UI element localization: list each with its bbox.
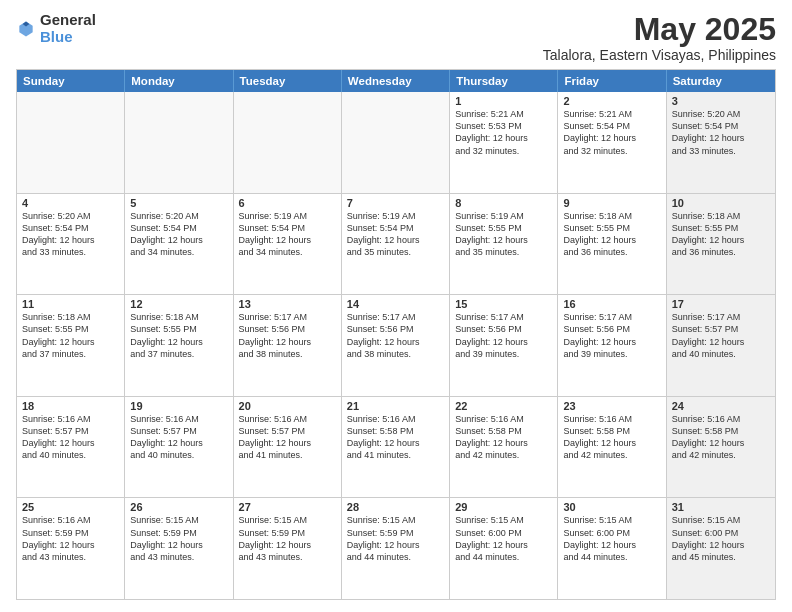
logo-text: General Blue (40, 12, 96, 45)
calendar-cell (17, 92, 125, 193)
day-number: 1 (455, 95, 552, 107)
calendar-cell: 20Sunrise: 5:16 AM Sunset: 5:57 PM Dayli… (234, 397, 342, 498)
day-info: Sunrise: 5:15 AM Sunset: 6:00 PM Dayligh… (455, 514, 552, 563)
day-number: 28 (347, 501, 444, 513)
day-number: 6 (239, 197, 336, 209)
weekday-header-friday: Friday (558, 70, 666, 92)
calendar-cell: 12Sunrise: 5:18 AM Sunset: 5:55 PM Dayli… (125, 295, 233, 396)
day-info: Sunrise: 5:16 AM Sunset: 5:58 PM Dayligh… (563, 413, 660, 462)
logo: General Blue (16, 12, 96, 45)
day-number: 17 (672, 298, 770, 310)
calendar-cell: 23Sunrise: 5:16 AM Sunset: 5:58 PM Dayli… (558, 397, 666, 498)
weekday-header-thursday: Thursday (450, 70, 558, 92)
day-number: 16 (563, 298, 660, 310)
logo-icon (16, 19, 36, 39)
calendar-cell: 1Sunrise: 5:21 AM Sunset: 5:53 PM Daylig… (450, 92, 558, 193)
day-info: Sunrise: 5:18 AM Sunset: 5:55 PM Dayligh… (130, 311, 227, 360)
calendar-cell: 31Sunrise: 5:15 AM Sunset: 6:00 PM Dayli… (667, 498, 775, 599)
calendar-cell: 5Sunrise: 5:20 AM Sunset: 5:54 PM Daylig… (125, 194, 233, 295)
day-number: 8 (455, 197, 552, 209)
day-number: 3 (672, 95, 770, 107)
main-title: May 2025 (543, 12, 776, 47)
calendar-cell: 21Sunrise: 5:16 AM Sunset: 5:58 PM Dayli… (342, 397, 450, 498)
day-number: 30 (563, 501, 660, 513)
calendar-cell: 9Sunrise: 5:18 AM Sunset: 5:55 PM Daylig… (558, 194, 666, 295)
calendar-row-2: 4Sunrise: 5:20 AM Sunset: 5:54 PM Daylig… (17, 193, 775, 295)
day-number: 25 (22, 501, 119, 513)
calendar-cell: 13Sunrise: 5:17 AM Sunset: 5:56 PM Dayli… (234, 295, 342, 396)
day-info: Sunrise: 5:15 AM Sunset: 5:59 PM Dayligh… (130, 514, 227, 563)
day-number: 22 (455, 400, 552, 412)
day-number: 24 (672, 400, 770, 412)
day-info: Sunrise: 5:16 AM Sunset: 5:57 PM Dayligh… (130, 413, 227, 462)
weekday-header-wednesday: Wednesday (342, 70, 450, 92)
day-info: Sunrise: 5:16 AM Sunset: 5:58 PM Dayligh… (672, 413, 770, 462)
day-number: 27 (239, 501, 336, 513)
day-info: Sunrise: 5:16 AM Sunset: 5:58 PM Dayligh… (455, 413, 552, 462)
calendar-cell (342, 92, 450, 193)
day-info: Sunrise: 5:19 AM Sunset: 5:55 PM Dayligh… (455, 210, 552, 259)
day-number: 23 (563, 400, 660, 412)
weekday-header-monday: Monday (125, 70, 233, 92)
day-number: 20 (239, 400, 336, 412)
header: General Blue May 2025 Talalora, Eastern … (16, 12, 776, 63)
day-info: Sunrise: 5:19 AM Sunset: 5:54 PM Dayligh… (347, 210, 444, 259)
day-info: Sunrise: 5:17 AM Sunset: 5:57 PM Dayligh… (672, 311, 770, 360)
calendar-cell: 30Sunrise: 5:15 AM Sunset: 6:00 PM Dayli… (558, 498, 666, 599)
calendar-cell: 14Sunrise: 5:17 AM Sunset: 5:56 PM Dayli… (342, 295, 450, 396)
day-info: Sunrise: 5:17 AM Sunset: 5:56 PM Dayligh… (455, 311, 552, 360)
day-info: Sunrise: 5:19 AM Sunset: 5:54 PM Dayligh… (239, 210, 336, 259)
day-info: Sunrise: 5:18 AM Sunset: 5:55 PM Dayligh… (22, 311, 119, 360)
calendar-cell: 7Sunrise: 5:19 AM Sunset: 5:54 PM Daylig… (342, 194, 450, 295)
day-number: 13 (239, 298, 336, 310)
calendar-body: 1Sunrise: 5:21 AM Sunset: 5:53 PM Daylig… (17, 92, 775, 599)
day-info: Sunrise: 5:21 AM Sunset: 5:54 PM Dayligh… (563, 108, 660, 157)
weekday-header-sunday: Sunday (17, 70, 125, 92)
day-info: Sunrise: 5:17 AM Sunset: 5:56 PM Dayligh… (347, 311, 444, 360)
day-number: 26 (130, 501, 227, 513)
title-block: May 2025 Talalora, Eastern Visayas, Phil… (543, 12, 776, 63)
day-number: 9 (563, 197, 660, 209)
day-number: 4 (22, 197, 119, 209)
calendar-row-4: 18Sunrise: 5:16 AM Sunset: 5:57 PM Dayli… (17, 396, 775, 498)
weekday-header-tuesday: Tuesday (234, 70, 342, 92)
calendar-cell: 27Sunrise: 5:15 AM Sunset: 5:59 PM Dayli… (234, 498, 342, 599)
calendar-cell (234, 92, 342, 193)
day-number: 15 (455, 298, 552, 310)
day-info: Sunrise: 5:15 AM Sunset: 5:59 PM Dayligh… (347, 514, 444, 563)
calendar-cell: 28Sunrise: 5:15 AM Sunset: 5:59 PM Dayli… (342, 498, 450, 599)
calendar-cell: 26Sunrise: 5:15 AM Sunset: 5:59 PM Dayli… (125, 498, 233, 599)
day-number: 14 (347, 298, 444, 310)
calendar-cell: 8Sunrise: 5:19 AM Sunset: 5:55 PM Daylig… (450, 194, 558, 295)
logo-blue-text: Blue (40, 29, 96, 46)
day-number: 11 (22, 298, 119, 310)
day-info: Sunrise: 5:18 AM Sunset: 5:55 PM Dayligh… (672, 210, 770, 259)
calendar-cell: 2Sunrise: 5:21 AM Sunset: 5:54 PM Daylig… (558, 92, 666, 193)
calendar-cell: 3Sunrise: 5:20 AM Sunset: 5:54 PM Daylig… (667, 92, 775, 193)
day-number: 19 (130, 400, 227, 412)
day-number: 7 (347, 197, 444, 209)
calendar-cell (125, 92, 233, 193)
logo-general-text: General (40, 12, 96, 29)
calendar-cell: 19Sunrise: 5:16 AM Sunset: 5:57 PM Dayli… (125, 397, 233, 498)
day-info: Sunrise: 5:17 AM Sunset: 5:56 PM Dayligh… (239, 311, 336, 360)
calendar-cell: 10Sunrise: 5:18 AM Sunset: 5:55 PM Dayli… (667, 194, 775, 295)
day-info: Sunrise: 5:16 AM Sunset: 5:57 PM Dayligh… (239, 413, 336, 462)
day-number: 5 (130, 197, 227, 209)
day-number: 29 (455, 501, 552, 513)
page: General Blue May 2025 Talalora, Eastern … (0, 0, 792, 612)
calendar-row-3: 11Sunrise: 5:18 AM Sunset: 5:55 PM Dayli… (17, 294, 775, 396)
day-info: Sunrise: 5:20 AM Sunset: 5:54 PM Dayligh… (22, 210, 119, 259)
calendar-row-1: 1Sunrise: 5:21 AM Sunset: 5:53 PM Daylig… (17, 92, 775, 193)
day-number: 2 (563, 95, 660, 107)
calendar-cell: 4Sunrise: 5:20 AM Sunset: 5:54 PM Daylig… (17, 194, 125, 295)
calendar-cell: 29Sunrise: 5:15 AM Sunset: 6:00 PM Dayli… (450, 498, 558, 599)
calendar-row-5: 25Sunrise: 5:16 AM Sunset: 5:59 PM Dayli… (17, 497, 775, 599)
day-info: Sunrise: 5:16 AM Sunset: 5:59 PM Dayligh… (22, 514, 119, 563)
calendar-cell: 18Sunrise: 5:16 AM Sunset: 5:57 PM Dayli… (17, 397, 125, 498)
day-info: Sunrise: 5:16 AM Sunset: 5:58 PM Dayligh… (347, 413, 444, 462)
day-info: Sunrise: 5:15 AM Sunset: 6:00 PM Dayligh… (563, 514, 660, 563)
day-info: Sunrise: 5:21 AM Sunset: 5:53 PM Dayligh… (455, 108, 552, 157)
day-info: Sunrise: 5:18 AM Sunset: 5:55 PM Dayligh… (563, 210, 660, 259)
day-info: Sunrise: 5:20 AM Sunset: 5:54 PM Dayligh… (130, 210, 227, 259)
